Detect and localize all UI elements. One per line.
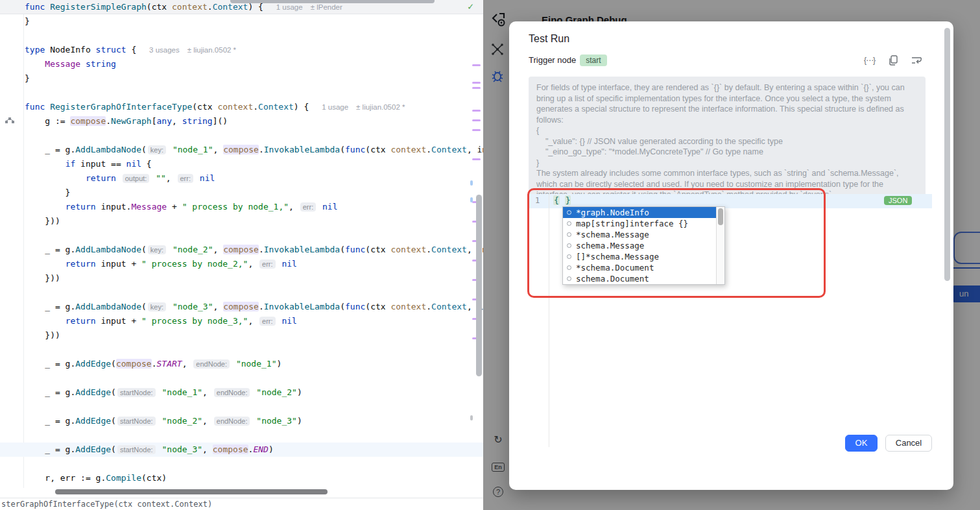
dropdown-item[interactable]: *graph.NodeInfo xyxy=(563,207,724,218)
code-line[interactable]: } xyxy=(0,14,483,29)
dropdown-item[interactable]: map[string]interface {} xyxy=(563,218,724,229)
code-token: })) xyxy=(25,216,60,226)
code-line[interactable] xyxy=(0,285,483,300)
code-line[interactable]: _ = g.AddLambdaNode(key: "node_2", compo… xyxy=(0,243,483,257)
code-line[interactable]: _ = g.AddEdge(startNode: "node_3", compo… xyxy=(0,443,483,457)
modal-scrollbar-thumb[interactable] xyxy=(944,28,950,281)
vcs-change-marker xyxy=(472,64,481,66)
vcs-change-marker xyxy=(472,158,481,160)
code-line[interactable] xyxy=(0,29,483,43)
code-line[interactable] xyxy=(0,371,483,385)
code-token: ± liujian.0502 * xyxy=(187,46,236,54)
code-token: context xyxy=(390,145,426,154)
code-line[interactable]: Message string xyxy=(0,57,483,71)
code-line[interactable]: } xyxy=(0,186,483,200)
inspections-ok-check-icon[interactable]: ✓ xyxy=(468,1,473,12)
code-line[interactable]: _ = g.AddLambdaNode(key: "node_3", compo… xyxy=(0,300,483,314)
editor-top-scroll-pill[interactable] xyxy=(230,0,435,3)
vcs-change-marker xyxy=(472,119,481,121)
code-token: , xyxy=(202,387,213,397)
code-token: r, err := g. xyxy=(25,473,106,483)
code-token: . xyxy=(208,2,213,12)
code-token: ( xyxy=(111,359,116,369)
dropdown-scrollbar-thumb[interactable] xyxy=(718,208,723,225)
code-line[interactable]: _ = g.AddEdge(startNode: "node_2", endNo… xyxy=(0,414,483,428)
code-token: . xyxy=(259,245,264,254)
word-wrap-icon[interactable] xyxy=(911,56,922,65)
code-line[interactable]: return output: "", err: nil xyxy=(0,171,483,186)
format-json-icon[interactable]: {⋯} xyxy=(864,56,875,65)
code-token: , xyxy=(213,245,224,254)
code-token: (ctx xyxy=(365,302,390,311)
code-line[interactable] xyxy=(0,228,483,243)
code-line[interactable]: return input + " process by node_2,", er… xyxy=(0,257,483,271)
code-editor[interactable]: func RegisterSimpleGraph(ctx context.Con… xyxy=(0,0,483,510)
code-token: endNode: xyxy=(193,359,230,369)
dropdown-item[interactable]: schema.Document xyxy=(563,273,724,284)
code-token: return xyxy=(66,316,96,326)
code-line[interactable]: _ = g.AddEdge(startNode: "node_1", endNo… xyxy=(0,385,483,400)
dropdown-item[interactable]: *schema.Message xyxy=(563,229,724,240)
json-line-content[interactable]: { } xyxy=(553,195,571,205)
dropdown-item[interactable]: *schema.Document xyxy=(563,262,724,273)
code-token: _ = g. xyxy=(25,302,75,311)
code-token: (ctx xyxy=(147,2,172,12)
line-number: 1 xyxy=(535,196,540,205)
code-token: compose xyxy=(223,302,259,311)
code-line[interactable]: } xyxy=(0,71,483,86)
code-line[interactable]: return input + " process by node_3,", er… xyxy=(0,314,483,328)
trigger-node-label: Trigger node xyxy=(529,55,576,65)
cancel-button[interactable]: Cancel xyxy=(885,435,932,452)
dropdown-item[interactable]: []*schema.Message xyxy=(563,251,724,262)
code-line[interactable]: _ = g.AddLambdaNode(key: "node_1", compo… xyxy=(0,143,483,157)
code-token: ) xyxy=(297,387,302,397)
code-token: Context xyxy=(258,102,294,112)
code-token: " process by node_1," xyxy=(182,202,289,212)
editor-horizontal-scrollbar[interactable] xyxy=(55,489,328,494)
code-token: ]() xyxy=(213,116,228,126)
code-token: END xyxy=(253,444,268,454)
code-line[interactable] xyxy=(0,457,483,471)
code-line[interactable]: })) xyxy=(0,328,483,343)
modal-scrollbar[interactable] xyxy=(943,25,951,486)
code-line[interactable]: r, err := g.Compile(ctx) xyxy=(0,471,483,485)
code-lines[interactable]: }type NodeInfo struct { 3 usages± liujia… xyxy=(0,14,483,485)
code-token xyxy=(25,259,66,269)
code-token: context xyxy=(390,302,426,311)
code-token: compose xyxy=(223,145,259,154)
code-line[interactable] xyxy=(0,343,483,357)
code-line[interactable] xyxy=(0,428,483,443)
code-line[interactable]: })) xyxy=(0,271,483,285)
code-line[interactable]: func RegisterGraphOfInterfaceType(ctx co… xyxy=(0,100,483,114)
editor-vertical-scrollbar[interactable] xyxy=(476,195,482,376)
ok-button[interactable]: OK xyxy=(845,435,878,452)
code-token: input + xyxy=(96,259,141,269)
code-line[interactable]: type NodeInfo struct { 3 usages± liujian… xyxy=(0,43,483,57)
copy-icon[interactable] xyxy=(889,55,898,66)
code-token: InvokableLambda xyxy=(264,302,340,311)
code-token: "node_2" xyxy=(256,387,297,397)
breadcrumb[interactable]: sterGraphOfInterfaceType(ctx context.Con… xyxy=(0,498,483,510)
code-token: + xyxy=(167,202,182,212)
code-token: startNode: xyxy=(117,417,156,426)
code-token: return xyxy=(66,259,96,269)
code-line[interactable]: return input.Message + " process by node… xyxy=(0,200,483,214)
code-line[interactable] xyxy=(0,86,483,100)
dropdown-item[interactable]: schema.Message xyxy=(563,240,724,251)
type-option-icon xyxy=(567,221,571,226)
code-line[interactable]: })) xyxy=(0,214,483,228)
code-token xyxy=(150,173,156,183)
code-token: 3 usages xyxy=(149,46,180,54)
code-line[interactable]: if input == nil { xyxy=(0,157,483,171)
interface-type-help-text: For fields of type interface, they are r… xyxy=(529,77,926,206)
code-line[interactable] xyxy=(0,400,483,414)
code-line[interactable]: _ = g.AddEdge(compose.START, endNode: "n… xyxy=(0,357,483,371)
dropdown-scrollbar[interactable] xyxy=(716,207,724,284)
code-token: Context xyxy=(213,2,248,12)
code-token: NodeInfo xyxy=(45,45,95,55)
code-token: input == xyxy=(75,159,126,169)
trigger-node-row: Trigger nodestart xyxy=(529,55,607,66)
code-line[interactable]: g := compose.NewGraph[any, string]() xyxy=(0,114,483,128)
graph-debug-gutter-icon[interactable] xyxy=(5,117,15,125)
code-line[interactable] xyxy=(0,128,483,143)
